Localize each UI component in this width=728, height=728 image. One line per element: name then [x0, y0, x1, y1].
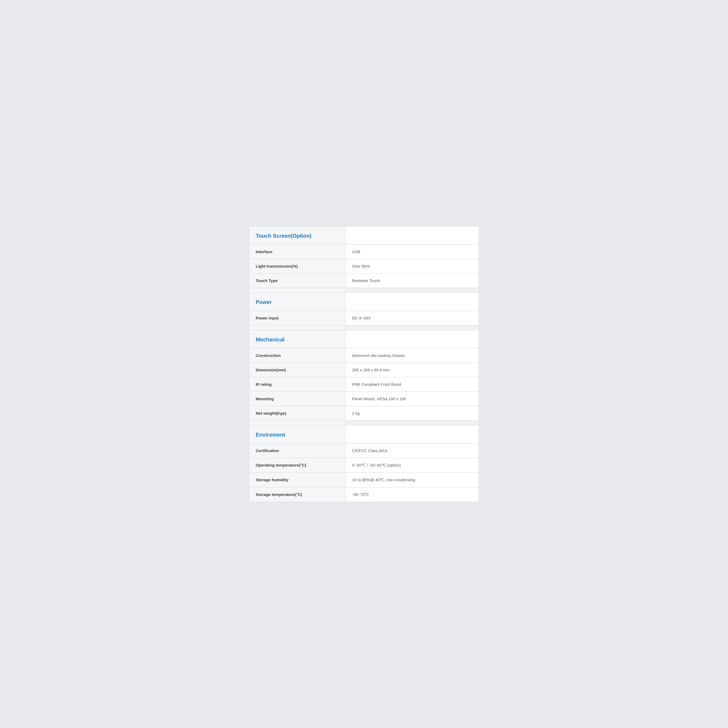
table-row: Operating temperature(°C)0~50℃ / -20~60℃…	[249, 458, 479, 473]
spec-value: CE/FCC Class A/UL	[346, 444, 479, 458]
spec-label: Dimension(mm)	[249, 363, 346, 377]
spec-label: Operating temperature(°C)	[249, 458, 346, 473]
table-row: Storage humidity10 to 90%@ 40℃, non-cond…	[249, 473, 479, 487]
spec-table: Touch Screen(Option)InterfaceUSBLight tr…	[249, 226, 479, 502]
table-row: Power inputDC 9~36V	[249, 311, 479, 325]
section-spacer	[249, 325, 479, 330]
spec-value: 285 x 189 x 48.9 mm	[346, 363, 479, 377]
spec-label: Storage temperature(°C)	[249, 487, 346, 502]
section-header-environment: Enviroment	[249, 425, 479, 444]
spec-label: Mounting	[249, 392, 346, 406]
table-row: CertificationCE/FCC Class A/UL	[249, 444, 479, 458]
spec-value: USB	[346, 245, 479, 259]
section-header-mechanical: Mechanical	[249, 330, 479, 348]
table-row: InterfaceUSB	[249, 245, 479, 259]
table-row: Net weight(Kgs)2 kg	[249, 406, 479, 421]
spec-label: IP rating	[249, 377, 346, 392]
spec-value: IP66 Compliant Front Bezel	[346, 377, 479, 392]
spec-value: Resistive Touch	[346, 274, 479, 288]
spec-value: 2 kg	[346, 406, 479, 420]
spec-label: Interface	[249, 245, 346, 259]
section-title-mechanical: Mechanical	[256, 336, 285, 343]
spec-value: 10 to 90%@ 40℃, non-condensing	[346, 473, 479, 487]
section-spacer	[249, 421, 479, 425]
table-row: Light transmission(%)Over 80%	[249, 259, 479, 274]
spec-label: Storage humidity	[249, 473, 346, 487]
spec-label: Net weight(Kgs)	[249, 406, 346, 420]
spec-value: DC 9~36V	[346, 311, 479, 325]
table-row: Storage temperature(°C)-30~70℃	[249, 487, 479, 502]
table-row: ConstructionAluminum die-casting chassis	[249, 348, 479, 363]
table-row: MountingPanel Mount, VESA 100 x 100	[249, 392, 479, 406]
section-title-power: Power	[256, 299, 272, 305]
spec-label: Light transmission(%)	[249, 259, 346, 273]
table-row: Touch TypeResistive Touch	[249, 274, 479, 288]
table-row: Dimension(mm)285 x 189 x 48.9 mm	[249, 363, 479, 377]
section-spacer	[249, 288, 479, 293]
spec-label: Touch Type	[249, 274, 346, 288]
section-header-touch-screen: Touch Screen(Option)	[249, 226, 479, 245]
table-row: IP ratingIP66 Compliant Front Bezel	[249, 377, 479, 392]
spec-label: Certification	[249, 444, 346, 458]
section-title-touch-screen: Touch Screen(Option)	[256, 233, 311, 239]
spec-label: Power input	[249, 311, 346, 325]
spec-value: Panel Mount, VESA 100 x 100	[346, 392, 479, 406]
spec-value: -30~70℃	[346, 487, 479, 502]
section-title-environment: Enviroment	[256, 432, 285, 437]
spec-value: 0~50℃ / -20~60℃ (option)	[346, 458, 479, 473]
spec-value: Aluminum die-casting chassis	[346, 348, 479, 362]
spec-label: Construction	[249, 348, 346, 362]
section-header-power: Power	[249, 293, 479, 311]
spec-value: Over 80%	[346, 259, 479, 273]
